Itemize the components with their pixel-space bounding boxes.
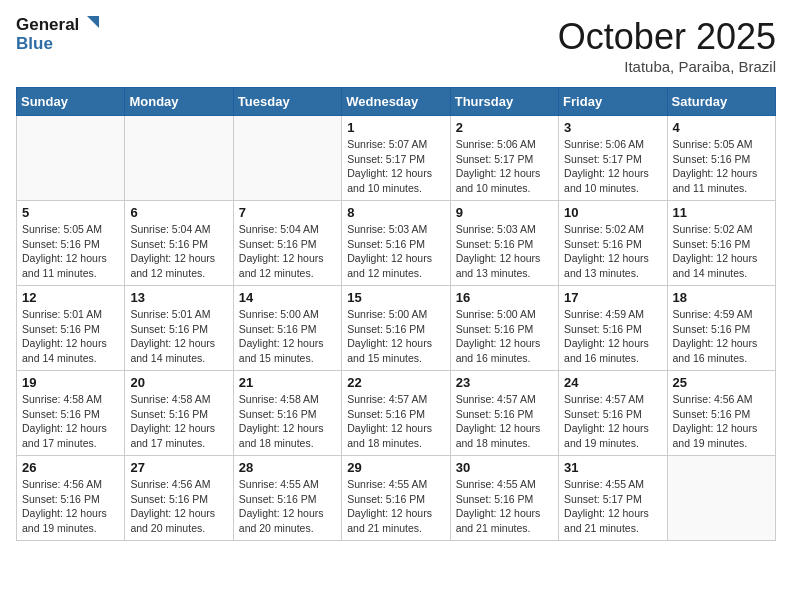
svg-marker-0 <box>87 16 99 28</box>
calendar-header-friday: Friday <box>559 88 667 116</box>
calendar-cell: 28Sunrise: 4:55 AMSunset: 5:16 PMDayligh… <box>233 456 341 541</box>
day-info: Sunrise: 4:57 AMSunset: 5:16 PMDaylight:… <box>564 392 661 451</box>
day-number: 18 <box>673 290 770 305</box>
day-number: 26 <box>22 460 119 475</box>
calendar-cell: 14Sunrise: 5:00 AMSunset: 5:16 PMDayligh… <box>233 286 341 371</box>
calendar-cell: 26Sunrise: 4:56 AMSunset: 5:16 PMDayligh… <box>17 456 125 541</box>
calendar-table: SundayMondayTuesdayWednesdayThursdayFrid… <box>16 87 776 541</box>
day-info: Sunrise: 5:00 AMSunset: 5:16 PMDaylight:… <box>347 307 444 366</box>
logo-arrow-icon <box>81 16 99 34</box>
day-info: Sunrise: 4:57 AMSunset: 5:16 PMDaylight:… <box>456 392 553 451</box>
day-info: Sunrise: 4:56 AMSunset: 5:16 PMDaylight:… <box>673 392 770 451</box>
calendar-cell <box>667 456 775 541</box>
calendar-header-row: SundayMondayTuesdayWednesdayThursdayFrid… <box>17 88 776 116</box>
day-info: Sunrise: 5:00 AMSunset: 5:16 PMDaylight:… <box>239 307 336 366</box>
day-info: Sunrise: 4:56 AMSunset: 5:16 PMDaylight:… <box>22 477 119 536</box>
day-number: 22 <box>347 375 444 390</box>
calendar-cell: 22Sunrise: 4:57 AMSunset: 5:16 PMDayligh… <box>342 371 450 456</box>
calendar-week-row: 26Sunrise: 4:56 AMSunset: 5:16 PMDayligh… <box>17 456 776 541</box>
day-info: Sunrise: 5:04 AMSunset: 5:16 PMDaylight:… <box>239 222 336 281</box>
day-info: Sunrise: 5:06 AMSunset: 5:17 PMDaylight:… <box>564 137 661 196</box>
day-number: 19 <box>22 375 119 390</box>
day-info: Sunrise: 5:03 AMSunset: 5:16 PMDaylight:… <box>347 222 444 281</box>
day-info: Sunrise: 4:57 AMSunset: 5:16 PMDaylight:… <box>347 392 444 451</box>
calendar-cell: 27Sunrise: 4:56 AMSunset: 5:16 PMDayligh… <box>125 456 233 541</box>
day-info: Sunrise: 5:05 AMSunset: 5:16 PMDaylight:… <box>22 222 119 281</box>
calendar-cell: 11Sunrise: 5:02 AMSunset: 5:16 PMDayligh… <box>667 201 775 286</box>
calendar-cell: 24Sunrise: 4:57 AMSunset: 5:16 PMDayligh… <box>559 371 667 456</box>
calendar-cell: 8Sunrise: 5:03 AMSunset: 5:16 PMDaylight… <box>342 201 450 286</box>
calendar-cell: 7Sunrise: 5:04 AMSunset: 5:16 PMDaylight… <box>233 201 341 286</box>
day-number: 1 <box>347 120 444 135</box>
calendar-cell: 25Sunrise: 4:56 AMSunset: 5:16 PMDayligh… <box>667 371 775 456</box>
title-area: October 2025 Itatuba, Paraiba, Brazil <box>558 16 776 75</box>
calendar-header-sunday: Sunday <box>17 88 125 116</box>
calendar-header-saturday: Saturday <box>667 88 775 116</box>
calendar-header-wednesday: Wednesday <box>342 88 450 116</box>
logo-text-group: General Blue <box>16 16 99 53</box>
day-info: Sunrise: 4:55 AMSunset: 5:16 PMDaylight:… <box>456 477 553 536</box>
day-number: 6 <box>130 205 227 220</box>
day-number: 7 <box>239 205 336 220</box>
day-info: Sunrise: 4:58 AMSunset: 5:16 PMDaylight:… <box>22 392 119 451</box>
calendar-cell: 12Sunrise: 5:01 AMSunset: 5:16 PMDayligh… <box>17 286 125 371</box>
calendar-cell: 5Sunrise: 5:05 AMSunset: 5:16 PMDaylight… <box>17 201 125 286</box>
logo-blue: Blue <box>16 35 53 54</box>
day-number: 25 <box>673 375 770 390</box>
day-number: 16 <box>456 290 553 305</box>
day-number: 5 <box>22 205 119 220</box>
calendar-week-row: 19Sunrise: 4:58 AMSunset: 5:16 PMDayligh… <box>17 371 776 456</box>
calendar-cell: 31Sunrise: 4:55 AMSunset: 5:17 PMDayligh… <box>559 456 667 541</box>
day-number: 20 <box>130 375 227 390</box>
calendar-cell: 23Sunrise: 4:57 AMSunset: 5:16 PMDayligh… <box>450 371 558 456</box>
day-number: 8 <box>347 205 444 220</box>
month-title: October 2025 <box>558 16 776 58</box>
day-number: 14 <box>239 290 336 305</box>
day-info: Sunrise: 4:59 AMSunset: 5:16 PMDaylight:… <box>564 307 661 366</box>
day-number: 30 <box>456 460 553 475</box>
day-info: Sunrise: 5:01 AMSunset: 5:16 PMDaylight:… <box>22 307 119 366</box>
day-number: 2 <box>456 120 553 135</box>
day-number: 10 <box>564 205 661 220</box>
day-number: 3 <box>564 120 661 135</box>
day-number: 28 <box>239 460 336 475</box>
calendar-header-monday: Monday <box>125 88 233 116</box>
calendar-cell: 21Sunrise: 4:58 AMSunset: 5:16 PMDayligh… <box>233 371 341 456</box>
calendar-header-thursday: Thursday <box>450 88 558 116</box>
day-info: Sunrise: 5:05 AMSunset: 5:16 PMDaylight:… <box>673 137 770 196</box>
calendar-cell: 6Sunrise: 5:04 AMSunset: 5:16 PMDaylight… <box>125 201 233 286</box>
calendar-cell: 20Sunrise: 4:58 AMSunset: 5:16 PMDayligh… <box>125 371 233 456</box>
day-info: Sunrise: 5:00 AMSunset: 5:16 PMDaylight:… <box>456 307 553 366</box>
page-header: General Blue October 2025 Itatuba, Parai… <box>16 16 776 75</box>
logo: General Blue <box>16 16 99 53</box>
calendar-cell: 29Sunrise: 4:55 AMSunset: 5:16 PMDayligh… <box>342 456 450 541</box>
day-number: 11 <box>673 205 770 220</box>
day-info: Sunrise: 5:01 AMSunset: 5:16 PMDaylight:… <box>130 307 227 366</box>
calendar-cell: 1Sunrise: 5:07 AMSunset: 5:17 PMDaylight… <box>342 116 450 201</box>
calendar-cell: 18Sunrise: 4:59 AMSunset: 5:16 PMDayligh… <box>667 286 775 371</box>
calendar-header-tuesday: Tuesday <box>233 88 341 116</box>
day-info: Sunrise: 5:04 AMSunset: 5:16 PMDaylight:… <box>130 222 227 281</box>
calendar-week-row: 5Sunrise: 5:05 AMSunset: 5:16 PMDaylight… <box>17 201 776 286</box>
calendar-cell: 15Sunrise: 5:00 AMSunset: 5:16 PMDayligh… <box>342 286 450 371</box>
calendar-cell: 2Sunrise: 5:06 AMSunset: 5:17 PMDaylight… <box>450 116 558 201</box>
calendar-cell <box>125 116 233 201</box>
day-info: Sunrise: 4:58 AMSunset: 5:16 PMDaylight:… <box>130 392 227 451</box>
calendar-cell: 3Sunrise: 5:06 AMSunset: 5:17 PMDaylight… <box>559 116 667 201</box>
calendar-cell <box>17 116 125 201</box>
day-info: Sunrise: 5:07 AMSunset: 5:17 PMDaylight:… <box>347 137 444 196</box>
day-number: 24 <box>564 375 661 390</box>
day-number: 31 <box>564 460 661 475</box>
day-number: 12 <box>22 290 119 305</box>
calendar-cell: 9Sunrise: 5:03 AMSunset: 5:16 PMDaylight… <box>450 201 558 286</box>
calendar-cell: 13Sunrise: 5:01 AMSunset: 5:16 PMDayligh… <box>125 286 233 371</box>
day-info: Sunrise: 5:03 AMSunset: 5:16 PMDaylight:… <box>456 222 553 281</box>
calendar-week-row: 12Sunrise: 5:01 AMSunset: 5:16 PMDayligh… <box>17 286 776 371</box>
calendar-cell: 4Sunrise: 5:05 AMSunset: 5:16 PMDaylight… <box>667 116 775 201</box>
calendar-cell: 30Sunrise: 4:55 AMSunset: 5:16 PMDayligh… <box>450 456 558 541</box>
day-info: Sunrise: 5:06 AMSunset: 5:17 PMDaylight:… <box>456 137 553 196</box>
calendar-cell: 10Sunrise: 5:02 AMSunset: 5:16 PMDayligh… <box>559 201 667 286</box>
day-number: 9 <box>456 205 553 220</box>
calendar-cell: 16Sunrise: 5:00 AMSunset: 5:16 PMDayligh… <box>450 286 558 371</box>
day-number: 23 <box>456 375 553 390</box>
